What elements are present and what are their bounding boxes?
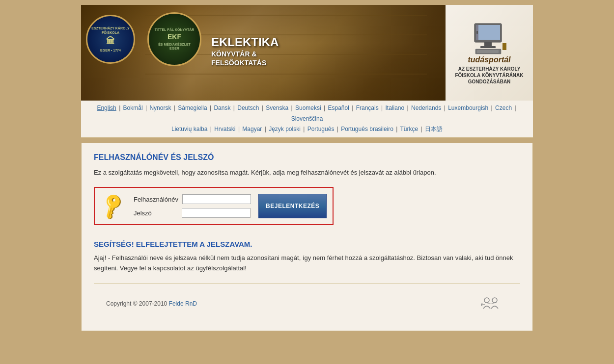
login-form: 🔑 Felhasználónév Jelszó BEJELENTKEZÉS [94,187,334,225]
lang-espanol[interactable]: Español [328,104,349,111]
svg-rect-8 [502,43,506,50]
svg-rect-2 [484,42,492,46]
portal-panel: tudásportál AZ ESZTERHÁZY KÁROLY FŐISKOL… [446,5,533,101]
copyright: Copyright © 2007-2010 Feide RnD [106,300,197,307]
login-section-title: FELHASZNÁLÓNÉV ÉS JELSZÓ [94,153,520,162]
lang-samegiella[interactable]: Sámegiella [178,104,207,111]
ekf-logo: TITTEL PÁL KÖNYVTÁR EKF ÉS MÉDIAKÉSZLET … [147,12,206,71]
svg-rect-1 [476,25,500,40]
lang-bokmal[interactable]: Bokmål [123,104,143,111]
lang-portugues-br[interactable]: Português brasileiro [341,126,393,132]
feide-logo [481,296,508,311]
lang-japanese[interactable]: 日本語 [425,126,443,132]
portal-title: tudásportál [468,55,510,64]
username-label: Felhasználónév [134,196,178,203]
lang-portugues[interactable]: Português [307,126,335,132]
feide-logo-svg [481,296,508,311]
lang-lietuviu[interactable]: Lietuvių kalba [171,126,207,132]
lang-english[interactable]: English [97,104,116,111]
language-bar: English | Bokmål | Nynorsk | Sámegiella … [81,101,533,138]
footer: Copyright © 2007-2010 Feide RnD [94,291,520,316]
lang-dansk[interactable]: Dansk [214,104,230,111]
lang-czech[interactable]: Czech [495,104,512,111]
svg-point-9 [484,298,489,303]
lang-francais[interactable]: Français [356,104,379,111]
lang-svenska[interactable]: Svenska [266,104,288,111]
lang-italiano[interactable]: Italiano [385,104,404,111]
lang-nynorsk[interactable]: Nynorsk [149,104,171,111]
lang-deutsch[interactable]: Deutsch [237,104,259,111]
university-logo: ESZTERHÁZY KÁROLY FŐISKOLA 🏛 EGER • 1774 [86,15,140,69]
password-input[interactable] [182,208,251,218]
lang-slovenscina[interactable]: Slovenščina [291,115,323,122]
lang-luxembourgish[interactable]: Luxembourgish [448,104,488,111]
main-content: FELHASZNÁLÓNÉV ÉS JELSZÓ Ez a szolgáltat… [81,143,533,331]
forgot-password-description: Ajaj! - Felhasználói neve és jelszava né… [94,253,520,274]
lang-suomeksi[interactable]: Suomeksi [295,104,321,111]
site-title: EKLEKTIKA KÖNYVTÁR & FELSŐOKTATÁS [211,34,279,68]
portal-subtitle: AZ ESZTERHÁZY KÁROLY FŐISKOLA KÖNYVTÁRÁN… [450,66,528,85]
svg-rect-3 [480,46,496,48]
form-fields: Felhasználónév Jelszó [134,194,251,218]
lang-nederlands[interactable]: Nederlands [411,104,441,111]
feide-link[interactable]: Feide RnD [169,300,197,307]
svg-point-10 [492,298,497,303]
lang-polski[interactable]: Język polski [269,126,301,132]
lang-turkce[interactable]: Türkçe [400,126,419,132]
header-photo: ESZTERHÁZY KÁROLY FŐISKOLA 🏛 EGER • 1774… [81,5,447,101]
key-icon: 🔑 [97,191,128,221]
lang-magyar[interactable]: Magyar [242,126,262,132]
login-button[interactable]: BEJELENTKEZÉS [258,194,327,218]
header-banner: ESZTERHÁZY KÁROLY FŐISKOLA 🏛 EGER • 1774… [81,5,533,101]
password-label: Jelszó [134,209,178,217]
lang-hrvatski[interactable]: Hrvatski [214,126,235,132]
username-input[interactable] [182,194,251,204]
footer-divider [94,284,520,284]
username-row: Felhasználónév [134,194,251,204]
svg-rect-7 [477,50,499,53]
login-description: Ez a szolgáltatás megköveteli, hogy azon… [94,168,520,178]
password-row: Jelszó [134,208,251,218]
svg-rect-5 [476,31,478,34]
forgot-password-title: SEGÍTSÉG! ELFELEJTETTEM A JELSZAVAM. [94,240,520,248]
computer-icon [470,21,509,55]
